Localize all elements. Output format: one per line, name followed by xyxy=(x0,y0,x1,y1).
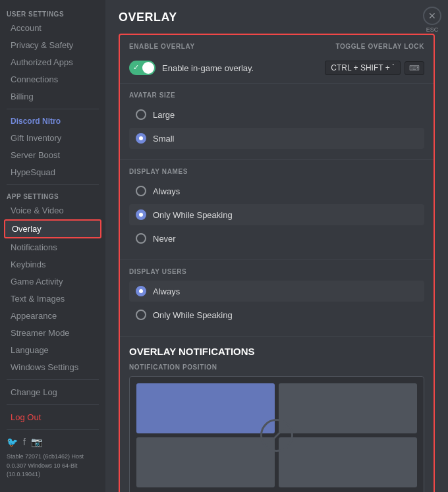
sidebar-item-game-activity[interactable]: Game Activity xyxy=(4,273,101,290)
check-icon: ✓ xyxy=(133,63,139,72)
avatar-large-radio[interactable] xyxy=(136,109,146,120)
divider-1 xyxy=(7,109,99,109)
display-names-never-label: Never xyxy=(153,234,176,244)
sidebar-item-authorized-apps[interactable]: Authorized Apps xyxy=(4,54,101,70)
avatar-small-option[interactable]: Small xyxy=(129,128,424,149)
keybind-box: CTRL + SHIFT + ` ⌨ xyxy=(325,61,424,75)
sidebar-item-billing[interactable]: Billing xyxy=(4,88,101,105)
close-button-wrap[interactable]: ✕ ESC xyxy=(423,7,441,33)
display-names-always-label: Always xyxy=(153,186,180,196)
sidebar-item-hypesquad[interactable]: HypeSquad xyxy=(4,164,101,180)
sidebar-item-text-images[interactable]: Text & Images xyxy=(4,290,101,307)
display-names-never-radio[interactable] xyxy=(136,233,146,244)
version-info: Stable 72071 (6cb1462) Host 0.0.307 Wind… xyxy=(0,450,105,482)
sidebar-item-gift-inventory[interactable]: Gift Inventory xyxy=(4,130,101,146)
position-grid xyxy=(129,376,424,492)
sidebar-item-overlay[interactable]: Overlay xyxy=(4,219,101,238)
sidebar-item-voice-video[interactable]: Voice & Video xyxy=(4,202,101,219)
social-icons: 🐦 f 📷 xyxy=(0,434,105,450)
sidebar-item-server-boost[interactable]: Server Boost xyxy=(4,147,101,163)
display-users-always-radio[interactable] xyxy=(136,286,146,296)
facebook-icon[interactable]: f xyxy=(23,437,26,447)
display-users-speaking-radio[interactable] xyxy=(136,310,146,320)
keybind-text: CTRL + SHIFT + ` xyxy=(325,61,401,75)
display-users-speaking-label: Only While Speaking xyxy=(153,310,233,320)
overlay-notif-title: OVERLAY NOTIFICATIONS xyxy=(120,337,434,361)
instagram-icon[interactable]: 📷 xyxy=(31,437,42,447)
divider-3 xyxy=(7,379,99,380)
no-symbol-icon xyxy=(260,419,293,452)
sidebar-item-streamer-mode[interactable]: Streamer Mode xyxy=(4,325,101,341)
display-names-speaking-label: Only While Speaking xyxy=(153,210,233,220)
divider-2 xyxy=(7,184,99,185)
sidebar-item-change-log[interactable]: Change Log xyxy=(4,384,101,400)
display-names-label: DISPLAY NAMES xyxy=(129,168,424,175)
sidebar-item-account[interactable]: Account xyxy=(4,20,101,36)
sidebar-item-appearance[interactable]: Appearance xyxy=(4,308,101,324)
display-users-label: DISPLAY USERS xyxy=(129,268,424,275)
enable-overlay-label: ENABLE OVERLAY xyxy=(129,43,195,50)
sidebar-item-windows-settings[interactable]: Windows Settings xyxy=(4,359,101,375)
discord-nitro-header: Discord Nitro xyxy=(4,113,101,129)
position-top-left[interactable] xyxy=(136,383,275,433)
main-content: OVERLAY ENABLE OVERLAY TOGGLE OVERLAY LO… xyxy=(105,0,448,492)
display-users-always-label: Always xyxy=(153,287,180,296)
display-names-never-option[interactable]: Never xyxy=(129,228,424,249)
page-title: OVERLAY xyxy=(119,11,435,24)
display-names-section: DISPLAY NAMES Always Only While Speaking… xyxy=(120,160,434,260)
display-users-section: DISPLAY USERS Always Only While Speaking xyxy=(120,260,434,337)
sidebar-item-connections[interactable]: Connections xyxy=(4,71,101,88)
avatar-large-label: Large xyxy=(153,110,175,120)
sidebar-item-privacy-safety[interactable]: Privacy & Safety xyxy=(4,37,101,53)
position-bottom-right[interactable] xyxy=(279,437,417,487)
sidebar-item-keybinds[interactable]: Keybinds xyxy=(4,256,101,273)
overlay-notifications-section: OVERLAY NOTIFICATIONS NOTIFICATION POSIT… xyxy=(120,337,434,492)
enable-overlay-section: ENABLE OVERLAY TOGGLE OVERLAY LOCK ✓ Ena… xyxy=(120,35,434,84)
display-users-speaking-option[interactable]: Only While Speaking xyxy=(129,304,424,325)
display-names-always-radio[interactable] xyxy=(136,186,146,196)
divider-5 xyxy=(7,429,99,430)
close-button[interactable]: ✕ xyxy=(423,7,441,25)
user-settings-label: USER SETTINGS xyxy=(0,7,105,19)
display-names-speaking-radio[interactable] xyxy=(136,209,146,220)
sidebar: USER SETTINGS Account Privacy & Safety A… xyxy=(0,0,105,492)
position-bottom-left[interactable] xyxy=(136,437,275,487)
avatar-size-label: AVATAR SIZE xyxy=(129,92,424,99)
avatar-small-label: Small xyxy=(153,134,175,144)
avatar-small-radio[interactable] xyxy=(136,133,146,144)
sidebar-item-language[interactable]: Language xyxy=(4,342,101,358)
enable-overlay-toggle[interactable]: ✓ xyxy=(129,61,155,75)
notification-position-label: NOTIFICATION POSITION xyxy=(120,361,434,376)
esc-label: ESC xyxy=(426,26,439,33)
enable-overlay-text: Enable in-game overlay. xyxy=(162,63,254,73)
avatar-large-option[interactable]: Large xyxy=(129,104,424,125)
divider-4 xyxy=(7,404,99,405)
display-users-always-option[interactable]: Always xyxy=(129,281,424,302)
display-names-always-option[interactable]: Always xyxy=(129,180,424,202)
avatar-size-section: AVATAR SIZE Large Small xyxy=(120,84,434,160)
position-top-right[interactable] xyxy=(279,383,417,433)
overlay-settings-box: ENABLE OVERLAY TOGGLE OVERLAY LOCK ✓ Ena… xyxy=(119,34,435,492)
sidebar-item-log-out[interactable]: Log Out xyxy=(4,409,101,425)
keyboard-icon[interactable]: ⌨ xyxy=(405,61,424,75)
close-icon: ✕ xyxy=(428,11,436,21)
sidebar-item-notifications[interactable]: Notifications xyxy=(4,239,101,256)
toggle-overlay-lock-label: TOGGLE OVERLAY LOCK xyxy=(335,43,424,50)
app-settings-label: APP SETTINGS xyxy=(0,189,105,202)
twitter-icon[interactable]: 🐦 xyxy=(7,437,18,447)
display-names-speaking-option[interactable]: Only While Speaking xyxy=(129,204,424,225)
